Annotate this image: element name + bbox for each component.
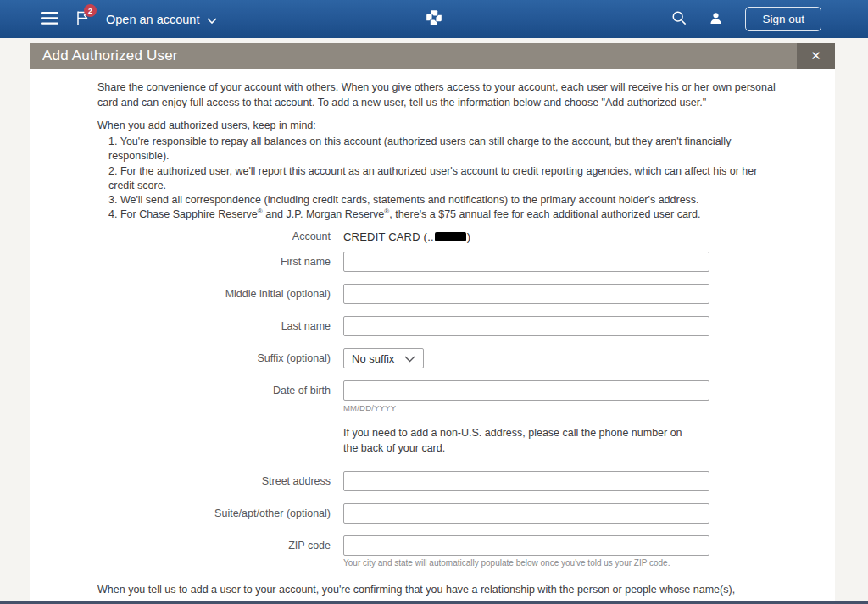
profile-button[interactable]	[709, 11, 723, 28]
search-button[interactable]	[671, 10, 687, 28]
redacted-account-number	[435, 232, 466, 241]
list-item: 3. We'll send all correspondence (includ…	[108, 193, 771, 208]
suffix-row: Suffix (optional) No suffix	[97, 348, 835, 368]
first-name-label: First name	[97, 252, 331, 268]
dob-label: Date of birth	[97, 380, 331, 396]
alerts-button[interactable]: 2	[75, 10, 89, 28]
notification-badge: 2	[84, 4, 97, 17]
suite-label: Suite/apt/other (optional)	[97, 503, 331, 519]
keep-in-mind-heading: When you add authorized users, keep in m…	[97, 119, 776, 134]
modal-body: Share the convenience of your account wi…	[30, 69, 835, 604]
open-account-label: Open an account	[106, 13, 199, 26]
suffix-selected-value: No suffix	[352, 352, 394, 365]
hamburger-menu-button[interactable]	[41, 12, 58, 27]
middle-initial-row: Middle initial (optional)	[97, 284, 835, 304]
non-us-address-note: If you need to add a non-U.S. address, p…	[343, 426, 698, 456]
search-icon	[671, 10, 687, 28]
zip-hint: Your city and state will automatically p…	[343, 558, 835, 568]
chevron-down-icon	[207, 13, 217, 26]
intro-paragraph: Share the convenience of your account wi…	[97, 80, 776, 111]
account-row: Account CREDIT CARD (..)	[97, 230, 835, 243]
keep-in-mind-list: 1. You're responsible to repay all balan…	[97, 135, 771, 222]
page-bottom-divider	[0, 601, 868, 604]
chase-logo[interactable]	[425, 8, 444, 30]
account-value: CREDIT CARD (..)	[343, 230, 835, 243]
chevron-down-icon	[404, 351, 415, 366]
dob-row: Date of birth MM/DD/YYYY	[97, 380, 835, 413]
suffix-label: Suffix (optional)	[97, 348, 331, 364]
last-name-input[interactable]	[343, 316, 709, 336]
add-authorized-user-modal: Add Authorized User ✕ Share the convenie…	[30, 43, 835, 604]
dob-format-hint: MM/DD/YYYY	[343, 403, 835, 413]
first-name-row: First name	[97, 252, 835, 272]
open-account-menu[interactable]: Open an account	[106, 13, 217, 26]
suite-input[interactable]	[343, 503, 709, 524]
top-navbar: 2 Open an account	[0, 0, 868, 38]
dob-input[interactable]	[343, 380, 709, 401]
list-item: 1. You're responsible to repay all balan…	[108, 135, 771, 163]
suffix-select[interactable]: No suffix	[343, 348, 424, 368]
zip-row: ZIP code Your city and state will automa…	[97, 535, 835, 568]
close-icon: ✕	[810, 48, 821, 64]
hamburger-icon	[41, 12, 58, 27]
modal-title: Add Authorized User	[30, 47, 178, 64]
zip-input[interactable]	[343, 535, 709, 556]
street-address-row: Street address	[97, 471, 835, 491]
list-item: 4. For Chase Sapphire Reserve® and J.P. …	[108, 208, 771, 222]
street-address-label: Street address	[97, 471, 331, 487]
non-us-note-row: If you need to add a non-U.S. address, p…	[97, 424, 835, 468]
zip-label: ZIP code	[97, 535, 331, 551]
middle-initial-input[interactable]	[343, 284, 709, 304]
last-name-label: Last name	[97, 316, 331, 332]
street-address-input[interactable]	[343, 471, 709, 491]
modal-header: Add Authorized User ✕	[30, 43, 835, 69]
profile-icon	[709, 11, 723, 28]
last-name-row: Last name	[97, 316, 835, 336]
first-name-input[interactable]	[343, 252, 709, 272]
account-label: Account	[97, 230, 331, 242]
sign-out-button[interactable]: Sign out	[745, 7, 821, 31]
middle-initial-label: Middle initial (optional)	[97, 284, 331, 300]
suite-row: Suite/apt/other (optional)	[97, 503, 835, 524]
list-item: 2. For the authorized user, we'll report…	[108, 164, 771, 193]
close-button[interactable]: ✕	[797, 43, 835, 69]
